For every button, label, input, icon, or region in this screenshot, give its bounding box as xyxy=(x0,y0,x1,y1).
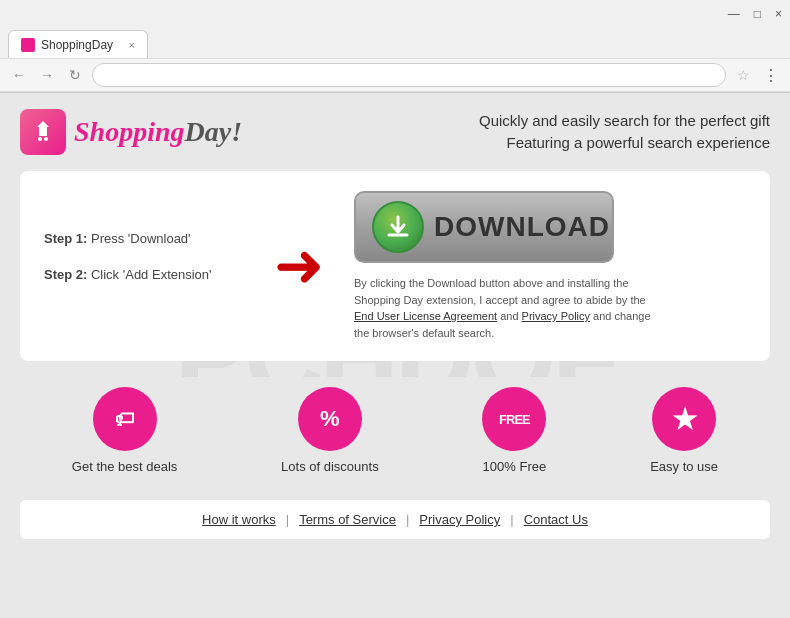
address-bar[interactable] xyxy=(92,63,726,87)
minimize-button[interactable]: — xyxy=(728,8,740,20)
step1-text: Press 'Download' xyxy=(87,231,190,246)
step2: Step 2: Click 'Add Extension' xyxy=(44,266,244,284)
svg-point-0 xyxy=(38,137,42,141)
title-bar: — □ × xyxy=(0,0,790,28)
page-content: PCHDOF ShoppingDay! Quickly and easily s… xyxy=(0,93,790,618)
download-label: DOWNLOAD xyxy=(434,211,610,243)
logo-text-part1: Shopping xyxy=(74,116,185,147)
download-button[interactable]: DOWNLOAD xyxy=(354,191,614,263)
download-disclaimer: By clicking the Download button above an… xyxy=(354,275,654,341)
feature-easy-label: Easy to use xyxy=(650,459,718,474)
privacy-link[interactable]: Privacy Policy xyxy=(522,310,590,322)
right-arrow-icon: ➜ xyxy=(274,236,324,296)
logo-text-part2: Day! xyxy=(185,116,243,147)
feature-free-icon: FREE xyxy=(482,387,546,451)
logo-icon xyxy=(20,109,66,155)
step2-label: Step 2: xyxy=(44,267,87,282)
steps-area: Step 1: Press 'Download' Step 2: Click '… xyxy=(44,230,244,302)
footer-bar: How it works | Terms of Service | Privac… xyxy=(20,500,770,539)
tagline-line1: Quickly and easily search for the perfec… xyxy=(479,110,770,133)
logo-area: ShoppingDay! xyxy=(20,109,242,155)
how-it-works-link[interactable]: How it works xyxy=(202,512,276,527)
browser-chrome: — □ × ShoppingDay × ← → ↻ ☆ ⋮ xyxy=(0,0,790,93)
close-window-button[interactable]: × xyxy=(775,8,782,20)
feature-discounts: % Lots of discounts xyxy=(281,387,379,474)
forward-button[interactable]: → xyxy=(36,64,58,86)
feature-discounts-icon: % xyxy=(298,387,362,451)
feature-easy-icon: ★ xyxy=(652,387,716,451)
feature-free: FREE 100% Free xyxy=(482,387,546,474)
privacy-policy-link[interactable]: Privacy Policy xyxy=(419,512,500,527)
step1: Step 1: Press 'Download' xyxy=(44,230,244,248)
eula-link[interactable]: End User License Agreement xyxy=(354,310,497,322)
download-circle-icon xyxy=(372,201,424,253)
feature-deals-icon: 🏷 xyxy=(93,387,157,451)
tab-close-button[interactable]: × xyxy=(129,39,135,51)
terms-link[interactable]: Terms of Service xyxy=(299,512,396,527)
features-row: 🏷 Get the best deals % Lots of discounts… xyxy=(20,377,770,484)
feature-discounts-label: Lots of discounts xyxy=(281,459,379,474)
header-tagline: Quickly and easily search for the perfec… xyxy=(479,110,770,155)
restore-button[interactable]: □ xyxy=(754,8,761,20)
step1-label: Step 1: xyxy=(44,231,87,246)
logo-text: ShoppingDay! xyxy=(74,116,242,148)
feature-deals-label: Get the best deals xyxy=(72,459,178,474)
browser-tab[interactable]: ShoppingDay × xyxy=(8,30,148,58)
bookmark-icon[interactable]: ☆ xyxy=(732,64,754,86)
page-inner: ShoppingDay! Quickly and easily search f… xyxy=(0,93,790,618)
feature-free-label: 100% Free xyxy=(483,459,547,474)
title-bar-controls: — □ × xyxy=(728,8,782,20)
browser-menu-button[interactable]: ⋮ xyxy=(760,64,782,86)
arrow-area: ➜ xyxy=(264,236,334,296)
feature-easy: ★ Easy to use xyxy=(650,387,718,474)
page-header: ShoppingDay! Quickly and easily search f… xyxy=(20,109,770,155)
step2-text: Click 'Add Extension' xyxy=(87,267,211,282)
nav-bar: ← → ↻ ☆ ⋮ xyxy=(0,58,790,92)
back-button[interactable]: ← xyxy=(8,64,30,86)
tagline-line2: Featuring a powerful search experience xyxy=(479,132,770,155)
tab-title: ShoppingDay xyxy=(41,38,113,52)
svg-point-1 xyxy=(44,137,48,141)
refresh-button[interactable]: ↻ xyxy=(64,64,86,86)
main-card: Step 1: Press 'Download' Step 2: Click '… xyxy=(20,171,770,361)
tab-bar: ShoppingDay × xyxy=(0,28,790,58)
tab-favicon xyxy=(21,38,35,52)
download-area: DOWNLOAD By clicking the Download button… xyxy=(354,191,746,341)
contact-us-link[interactable]: Contact Us xyxy=(524,512,588,527)
feature-deals: 🏷 Get the best deals xyxy=(72,387,178,474)
